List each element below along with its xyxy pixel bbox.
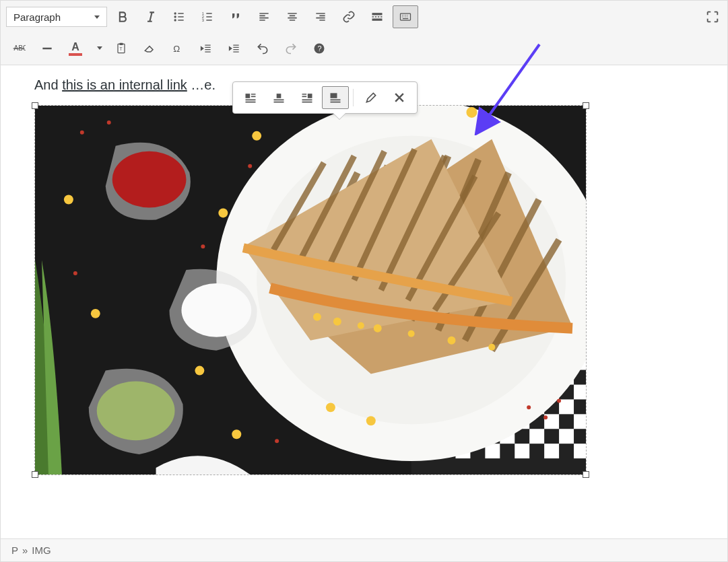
svg-point-111 xyxy=(543,415,548,419)
img-align-left-button[interactable] xyxy=(237,86,264,109)
special-char-button[interactable]: Ω xyxy=(165,37,191,60)
indent-button[interactable] xyxy=(222,37,247,60)
svg-point-104 xyxy=(80,131,84,135)
svg-rect-41 xyxy=(574,384,586,399)
link-icon xyxy=(342,10,356,24)
img-edit-button[interactable] xyxy=(358,86,385,109)
hr-button[interactable] xyxy=(34,37,60,60)
svg-rect-114 xyxy=(277,94,282,98)
svg-rect-65 xyxy=(574,444,586,458)
svg-point-96 xyxy=(218,208,228,217)
svg-point-91 xyxy=(488,344,495,351)
format-dropdown[interactable]: Paragraph xyxy=(6,7,107,27)
text-after-link: …e. xyxy=(187,77,216,92)
svg-rect-63 xyxy=(515,444,529,458)
blockquote-icon xyxy=(229,10,242,24)
svg-point-89 xyxy=(408,330,415,337)
resize-handle-tr[interactable] xyxy=(583,102,589,109)
svg-point-90 xyxy=(448,337,456,345)
svg-point-97 xyxy=(252,131,261,141)
svg-point-94 xyxy=(97,382,175,441)
editor-body[interactable]: And this is an internal link …e. xyxy=(1,65,727,535)
outdent-button[interactable] xyxy=(193,37,219,60)
svg-text:?: ? xyxy=(318,44,322,52)
undo-button[interactable] xyxy=(250,37,275,60)
align-right-icon xyxy=(314,10,327,24)
align-left-button[interactable] xyxy=(251,5,277,28)
svg-rect-64 xyxy=(544,444,559,458)
image-inline-toolbar xyxy=(232,81,418,114)
image-content xyxy=(35,106,586,475)
align-right-button[interactable] xyxy=(308,5,333,28)
toolbar-toggle-button[interactable] xyxy=(393,5,418,28)
svg-rect-11 xyxy=(120,42,123,44)
bold-button[interactable] xyxy=(110,5,135,28)
status-bar: P » IMG xyxy=(1,538,727,561)
internal-link[interactable]: this is an internal link xyxy=(62,77,187,92)
svg-point-108 xyxy=(201,244,205,248)
svg-point-100 xyxy=(232,429,241,439)
svg-text:T: T xyxy=(120,46,123,51)
textcolor-dropdown-button[interactable] xyxy=(91,37,106,60)
svg-point-101 xyxy=(366,416,376,425)
path-item-img[interactable]: IMG xyxy=(32,545,51,556)
format-dropdown-label: Paragraph xyxy=(13,11,61,23)
outdent-icon xyxy=(199,42,213,55)
textcolor-button[interactable]: A xyxy=(63,37,88,60)
editor-toolbar: Paragraph 123 ABC A T Ω xyxy=(1,1,727,65)
link-button[interactable] xyxy=(336,5,362,28)
eraser-icon xyxy=(143,42,156,55)
svg-point-110 xyxy=(527,405,531,409)
img-align-right-button[interactable] xyxy=(294,86,321,109)
omega-icon: Ω xyxy=(171,42,185,55)
strikethrough-button[interactable]: ABC xyxy=(6,37,32,60)
italic-button[interactable] xyxy=(138,5,164,28)
readmore-button[interactable] xyxy=(364,5,390,28)
svg-text:Ω: Ω xyxy=(173,44,180,54)
svg-point-86 xyxy=(333,318,341,326)
toolbar-row-2: ABC A T Ω ? xyxy=(6,37,722,60)
numbered-list-icon: 123 xyxy=(201,10,214,24)
strikethrough-icon: ABC xyxy=(12,42,26,55)
blockquote-button[interactable] xyxy=(223,5,249,28)
inline-toolbar-separator xyxy=(353,89,354,106)
clear-format-button[interactable] xyxy=(137,37,162,60)
text-before-link: And xyxy=(34,77,62,92)
img-remove-button[interactable] xyxy=(386,86,413,109)
resize-handle-br[interactable] xyxy=(583,471,589,478)
svg-point-85 xyxy=(313,313,321,321)
svg-point-95 xyxy=(64,195,73,205)
align-center-icon xyxy=(286,10,299,24)
svg-point-106 xyxy=(248,164,252,168)
undo-icon xyxy=(256,42,269,55)
svg-text:3: 3 xyxy=(202,18,204,22)
redo-button[interactable] xyxy=(278,37,304,60)
svg-point-88 xyxy=(374,324,382,332)
path-item-p[interactable]: P xyxy=(11,545,18,556)
img-align-none-button[interactable] xyxy=(322,86,349,109)
svg-point-87 xyxy=(358,322,364,329)
textcolor-icon: A xyxy=(69,41,82,56)
svg-rect-116 xyxy=(331,93,337,98)
numbered-list-button[interactable]: 123 xyxy=(195,5,220,28)
svg-rect-47 xyxy=(559,399,574,414)
svg-point-1 xyxy=(174,16,176,18)
chevron-down-icon xyxy=(94,15,100,19)
bullet-list-button[interactable] xyxy=(166,5,192,28)
hr-icon xyxy=(40,42,54,55)
readmore-icon xyxy=(370,10,384,24)
resize-handle-bl[interactable] xyxy=(32,471,38,478)
paste-text-button[interactable]: T xyxy=(108,37,134,60)
fullscreen-button[interactable] xyxy=(703,7,722,26)
align-center-button[interactable] xyxy=(279,5,305,28)
toolbar-row-1: Paragraph 123 xyxy=(6,5,722,28)
svg-point-109 xyxy=(275,439,279,443)
selected-image[interactable] xyxy=(34,105,587,475)
resize-handle-tl[interactable] xyxy=(32,102,38,109)
svg-rect-115 xyxy=(308,94,312,98)
svg-point-93 xyxy=(181,283,251,337)
img-align-center-button[interactable] xyxy=(265,86,292,109)
svg-rect-58 xyxy=(529,429,544,444)
svg-point-102 xyxy=(326,402,335,412)
help-button[interactable]: ? xyxy=(306,37,332,60)
